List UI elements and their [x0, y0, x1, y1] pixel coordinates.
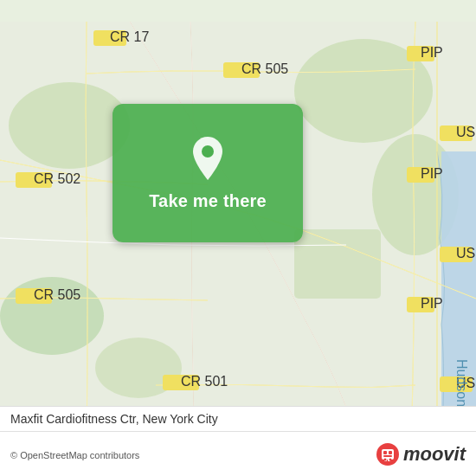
bottom-bar: © OpenStreetMap contributors moovit [0, 431, 476, 476]
svg-point-38 [383, 458, 386, 460]
svg-text:PIP: PIP [421, 296, 443, 311]
take-me-there-button[interactable]: Take me there [113, 104, 303, 242]
place-name-text: Maxfit Cardiofitness Ctr, New York City [10, 412, 218, 426]
svg-point-1 [9, 82, 130, 169]
svg-text:CR 505: CR 505 [241, 61, 288, 76]
svg-rect-36 [389, 451, 392, 454]
svg-rect-4 [294, 229, 381, 299]
take-me-there-label: Take me there [149, 191, 267, 211]
svg-text:PIP: PIP [421, 166, 443, 181]
moovit-text: moovit [403, 443, 466, 466]
moovit-logo: moovit [376, 442, 466, 466]
svg-text:CR 17: CR 17 [110, 29, 149, 44]
svg-point-39 [389, 458, 391, 460]
attribution: © OpenStreetMap contributors [10, 450, 139, 460]
svg-text:PIP: PIP [421, 45, 443, 60]
svg-point-33 [202, 145, 214, 158]
place-name-container: © OpenStreetMap contributors [10, 447, 139, 462]
svg-text:CR 502: CR 502 [34, 171, 80, 186]
svg-text:US 9W: US 9W [456, 246, 476, 261]
svg-text:CR 501: CR 501 [181, 374, 228, 389]
location-pin-icon [187, 135, 228, 183]
svg-rect-37 [383, 455, 392, 457]
moovit-bus-icon [376, 442, 400, 466]
svg-text:CR 505: CR 505 [34, 287, 80, 302]
map-container: CR 17 CR 502 CR 505 CR 505 CR 501 US 9W … [0, 0, 476, 476]
svg-text:US 9W: US 9W [456, 125, 476, 139]
svg-rect-35 [383, 451, 387, 454]
place-name-bar: Maxfit Cardiofitness Ctr, New York City [0, 406, 476, 431]
